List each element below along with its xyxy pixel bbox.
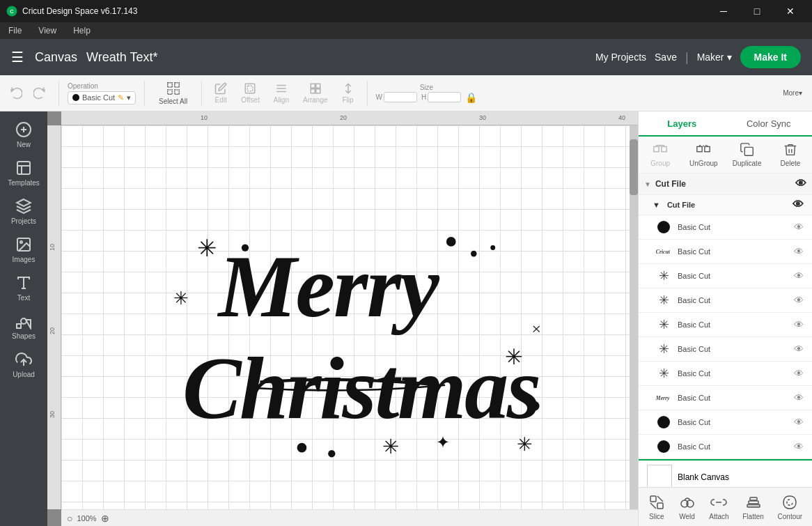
layer-eye-icon[interactable]: 👁 [794, 417, 804, 428]
help-menu[interactable]: Help [70, 24, 93, 37]
layer-item[interactable]: ✳ Basic Cut 👁 [639, 337, 812, 362]
layer-item[interactable]: Basic Cut 👁 [639, 410, 812, 435]
attach-button[interactable]: Attach [703, 491, 734, 523]
layer-thumb-snowflake2: ✳ [655, 292, 672, 309]
undo-button[interactable] [6, 84, 26, 102]
sidebar-templates-label: Templates [8, 179, 40, 187]
group-eye-icon[interactable]: 👁 [795, 178, 806, 190]
lock-icon[interactable]: 🔒 [465, 92, 477, 103]
layer-thumb-snowflake4: ✳ [655, 341, 672, 357]
group-button[interactable]: Group [639, 139, 682, 170]
sidebar-shapes-label: Shapes [12, 332, 36, 340]
tab-color-sync[interactable]: Color Sync [726, 111, 813, 137]
height-label: H [421, 93, 426, 101]
flatten-button[interactable]: Flatten [737, 491, 770, 523]
app-header: ☰ Canvas Wreath Text* My Projects Save |… [0, 39, 812, 75]
width-input[interactable] [384, 92, 417, 102]
hamburger-menu[interactable]: ☰ [11, 49, 24, 65]
layer-eye-icon[interactable]: 👁 [794, 222, 804, 233]
layer-item[interactable]: Merry Basic Cut 👁 [639, 386, 812, 410]
layer-eye-icon[interactable]: 👁 [794, 270, 804, 281]
canvas-area[interactable]: 10 20 30 40 10 20 30 ✳ ✳ ✳ × [47, 111, 638, 526]
sidebar-item-new[interactable]: New [3, 117, 45, 153]
layer-item[interactable]: Cricut Basic Cut 👁 [639, 240, 812, 264]
pencil-icon: ✎ [118, 93, 124, 102]
subgroup-eye-icon[interactable]: 👁 [793, 199, 804, 211]
layer-item[interactable]: Basic Cut 👁 [639, 215, 812, 240]
redo-button[interactable] [29, 84, 50, 102]
arrange-button[interactable]: Arrange [299, 79, 332, 107]
duplicate-button[interactable]: Duplicate [726, 139, 769, 170]
svg-text:C: C [10, 8, 14, 15]
close-button[interactable]: ✕ [774, 0, 806, 22]
blank-canvas-item[interactable]: Blank Canvas [639, 459, 812, 487]
layer-eye-icon[interactable]: 👁 [794, 246, 804, 257]
svg-text:✦: ✦ [436, 433, 450, 451]
file-menu[interactable]: File [6, 24, 24, 37]
operation-select[interactable]: Basic Cut ✎ ▾ [68, 91, 136, 105]
layer-item[interactable]: Basic Cut 👁 [639, 435, 812, 459]
zoom-in-button[interactable]: ⊕ [101, 513, 109, 524]
make-it-button[interactable]: Make It [740, 46, 801, 68]
svg-rect-66 [657, 503, 663, 509]
slice-button[interactable]: Slice [643, 491, 671, 523]
svg-point-38 [297, 442, 307, 452]
ungroup-button[interactable]: UnGroup [682, 139, 725, 170]
ruler-tick-30: 30 [479, 114, 486, 121]
minimize-button[interactable]: ─ [708, 0, 740, 22]
layer-item[interactable]: ✳ Basic Cut 👁 [639, 288, 812, 313]
layer-eye-icon[interactable]: 👁 [794, 368, 804, 379]
scrollbar-thumb[interactable] [630, 139, 638, 195]
svg-rect-12 [316, 84, 320, 88]
ruler-tick-20: 20 [340, 114, 347, 121]
height-input[interactable] [428, 92, 461, 102]
select-all-button[interactable]: Select All [153, 78, 193, 108]
layer-name: Basic Cut [678, 369, 788, 378]
svg-point-36 [471, 250, 477, 256]
layer-eye-icon[interactable]: 👁 [794, 343, 804, 355]
flip-button[interactable]: Flip [338, 79, 359, 107]
layer-eye-icon[interactable]: 👁 [794, 392, 804, 403]
layer-item[interactable]: ✳ Basic Cut 👁 [639, 264, 812, 288]
group-label: Cut File [655, 179, 686, 189]
canvas-inner[interactable]: ✳ ✳ ✳ × Merry Christmas [61, 125, 638, 509]
zoom-out-button[interactable]: ○ [67, 513, 72, 524]
offset-button[interactable]: Offset [237, 79, 264, 107]
svg-text:✳: ✳ [173, 288, 189, 308]
sidebar-item-templates[interactable]: Templates [3, 155, 45, 191]
svg-rect-4 [167, 90, 171, 94]
vertical-scrollbar[interactable] [630, 125, 638, 509]
weld-button[interactable]: Weld [673, 491, 701, 523]
title-bar: C Cricut Design Space v6.17.143 ─ □ ✕ [0, 0, 812, 22]
sidebar-item-text[interactable]: Text [3, 270, 45, 306]
layer-eye-icon[interactable]: 👁 [794, 319, 804, 330]
layer-eye-icon[interactable]: 👁 [794, 295, 804, 306]
toolbar: Operation Basic Cut ✎ ▾ Select All Edit … [0, 75, 812, 111]
delete-button[interactable]: Delete [769, 139, 812, 170]
operation-label: Operation [68, 82, 98, 90]
layer-group-cut-file[interactable]: ▼ Cut File 👁 [639, 173, 812, 195]
edit-button[interactable]: Edit [210, 79, 231, 107]
more-button[interactable]: More▾ [779, 86, 806, 100]
contour-button[interactable]: Contour [772, 491, 809, 523]
layer-eye-icon[interactable]: 👁 [794, 441, 804, 452]
maker-button[interactable]: Maker ▾ [697, 52, 732, 63]
layers-list[interactable]: ▼ Cut File 👁 ▼ Cut File 👁 Basic Cut 👁 [639, 173, 812, 487]
sidebar-item-images[interactable]: Images [3, 232, 45, 268]
align-button[interactable]: Align [270, 79, 293, 107]
my-projects-link[interactable]: My Projects [595, 52, 646, 63]
layer-item[interactable]: ✳ Basic Cut 👁 [639, 313, 812, 337]
view-menu[interactable]: View [36, 24, 59, 37]
layer-subgroup-cut-file[interactable]: ▼ Cut File 👁 [639, 195, 812, 215]
tab-layers[interactable]: Layers [639, 111, 726, 137]
sidebar-item-shapes[interactable]: Shapes [3, 309, 45, 344]
operation-value: Basic Cut [82, 93, 115, 102]
panel-tabs: Layers Color Sync [639, 111, 812, 137]
sidebar-item-upload[interactable]: Upload [3, 347, 45, 382]
sidebar-item-projects[interactable]: Projects [3, 194, 45, 229]
layer-item[interactable]: ✳ Basic Cut 👁 [639, 362, 812, 386]
maximize-button[interactable]: □ [741, 0, 773, 22]
undo-redo-group [6, 84, 50, 102]
svg-point-64 [657, 440, 670, 453]
save-button[interactable]: Save [655, 52, 677, 63]
